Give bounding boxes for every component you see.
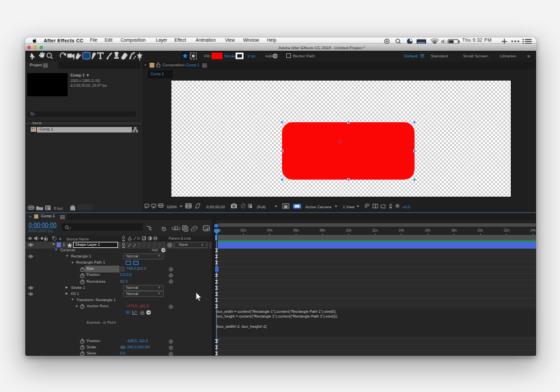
svg-text:#: # xyxy=(59,237,61,241)
svg-text:fx: fx xyxy=(137,236,140,240)
svg-text:»: » xyxy=(527,53,530,59)
svg-text:Bezier Path: Bezier Path xyxy=(293,54,316,59)
svg-text:0;00;00;00: 0;00;00;00 xyxy=(206,205,225,209)
svg-text:Standard: Standard xyxy=(431,54,449,59)
svg-text:Parent & Link: Parent & Link xyxy=(169,236,191,240)
svg-text:1 View: 1 View xyxy=(343,205,355,209)
svg-text:8 bpc: 8 bpc xyxy=(54,206,63,210)
svg-text:Libraries: Libraries xyxy=(500,54,516,59)
svg-text:+0.0: +0.0 xyxy=(402,205,410,209)
svg-text:Source Name: Source Name xyxy=(66,237,89,241)
svg-text:Small Screen: Small Screen xyxy=(463,54,488,59)
svg-text:Default: Default xyxy=(404,54,418,59)
svg-text:Fill:: Fill: xyxy=(204,54,211,59)
svg-text:Active Camera: Active Camera xyxy=(305,205,332,209)
svg-text:Add:: Add: xyxy=(266,54,275,59)
svg-text:100%: 100% xyxy=(167,205,177,209)
svg-text:(Full): (Full) xyxy=(257,205,266,209)
svg-text:2 px: 2 px xyxy=(248,54,257,59)
